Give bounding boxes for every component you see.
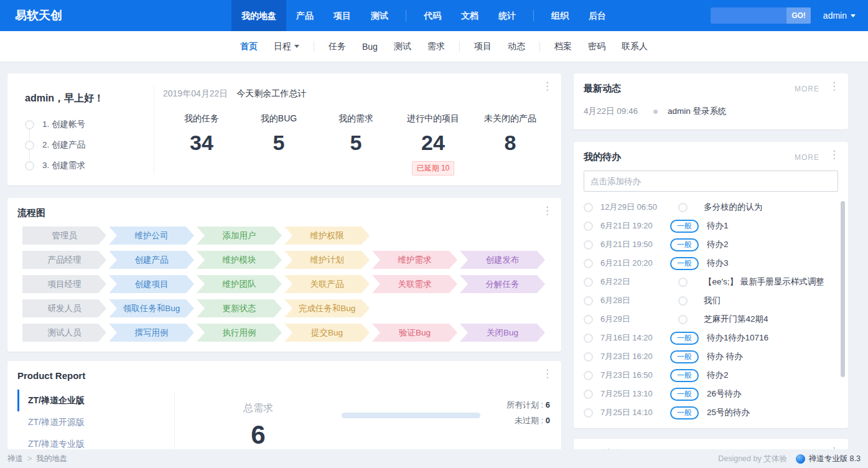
- subnav-test[interactable]: 测试: [386, 41, 419, 52]
- todo-title[interactable]: 芝麻开门第42期4: [704, 314, 768, 325]
- todo-title[interactable]: 26号待办: [707, 388, 742, 400]
- flow-step[interactable]: 创建产品: [109, 251, 194, 269]
- vendor-link[interactable]: 艾体验: [763, 454, 787, 463]
- topnav-code[interactable]: 代码: [414, 0, 451, 31]
- todo-title[interactable]: 多分枝的的认为: [704, 202, 763, 213]
- topnav-product[interactable]: 产品: [286, 0, 324, 31]
- flow-step[interactable]: 维护模块: [197, 251, 282, 269]
- todo-checkbox[interactable]: [584, 203, 593, 212]
- todo-item[interactable]: 6月21日 20:20 一般 待办3: [584, 254, 848, 273]
- todo-title[interactable]: 我们: [704, 295, 721, 306]
- stat-my-stories[interactable]: 我的需求 5: [317, 113, 394, 176]
- subnav-password[interactable]: 密码: [580, 41, 614, 52]
- step-create-product[interactable]: 2. 创建产品: [25, 139, 154, 151]
- flow-step[interactable]: 执行用例: [197, 324, 282, 342]
- kebab-menu-icon[interactable]: ⋮: [829, 149, 839, 160]
- flow-step[interactable]: 关联需求: [372, 275, 457, 293]
- flow-step[interactable]: 创建发布: [460, 251, 545, 269]
- flow-step[interactable]: 领取任务和Bug: [109, 299, 194, 317]
- step-create-account[interactable]: 1. 创建帐号: [25, 119, 154, 130]
- go-button[interactable]: GO!: [786, 7, 811, 24]
- todo-checkbox[interactable]: [584, 278, 593, 287]
- todo-title[interactable]: 待办3: [707, 258, 729, 269]
- search-input[interactable]: [711, 7, 786, 24]
- todo-status-circle[interactable]: [678, 296, 688, 306]
- todo-item[interactable]: 7月23日 16:50 一般 待办2: [584, 366, 848, 385]
- app-logo[interactable]: 易软天创: [0, 0, 231, 31]
- todo-item[interactable]: 12月29日 06:50 多分枝的的认为: [584, 198, 848, 217]
- todo-checkbox[interactable]: [584, 296, 593, 306]
- kebab-menu-icon[interactable]: ⋮: [829, 446, 839, 449]
- flow-step[interactable]: 维护需求: [372, 251, 457, 269]
- todo-checkbox[interactable]: [584, 408, 593, 418]
- flow-step[interactable]: 提交Bug: [284, 324, 370, 342]
- add-todo-input[interactable]: [584, 171, 838, 192]
- news-item[interactable]: 4月22日 09:46 admin 登录系统: [574, 95, 848, 117]
- topnav-admin-backend[interactable]: 后台: [579, 0, 616, 31]
- scrollbar-thumb[interactable]: [841, 201, 845, 377]
- flow-step[interactable]: 完成任务和Bug: [284, 299, 370, 317]
- todo-title[interactable]: 待办2: [707, 370, 729, 381]
- todo-item[interactable]: 7月25日 14:10 一般 25号的待办: [584, 403, 848, 422]
- todo-title[interactable]: 待办1: [707, 220, 729, 232]
- todo-checkbox[interactable]: [584, 352, 593, 362]
- stat-my-bugs[interactable]: 我的BUG 5: [240, 113, 317, 176]
- topnav-doc[interactable]: 文档: [451, 0, 488, 31]
- todo-item[interactable]: 7月25日 13:10 一般 26号待办: [584, 385, 848, 403]
- kebab-menu-icon[interactable]: ⋮: [829, 81, 839, 91]
- kebab-menu-icon[interactable]: ⋮: [542, 205, 553, 216]
- todo-checkbox[interactable]: [584, 390, 593, 399]
- flow-step[interactable]: 关闭Bug: [460, 324, 545, 342]
- todo-title[interactable]: 25号的待办: [707, 407, 750, 418]
- subnav-contacts[interactable]: 联系人: [614, 41, 656, 52]
- todo-status-circle[interactable]: [678, 203, 688, 212]
- flow-step[interactable]: 更新状态: [197, 299, 282, 317]
- todo-checkbox[interactable]: [584, 222, 593, 231]
- topnav-project[interactable]: 项目: [324, 0, 361, 31]
- product-item-opensource[interactable]: ZT/禅道开源版: [17, 411, 174, 433]
- todo-item[interactable]: 6月28日 我们: [584, 291, 848, 310]
- topnav-org[interactable]: 组织: [541, 0, 579, 31]
- todo-status-circle[interactable]: [678, 315, 688, 324]
- flow-step[interactable]: 维护计划: [284, 251, 370, 269]
- kebab-menu-icon[interactable]: ⋮: [542, 368, 553, 379]
- todo-item[interactable]: 6月29日 芝麻开门第42期4: [584, 310, 848, 329]
- todo-item[interactable]: 6月22日 【ee's;】 最新手册显示样式调整: [584, 273, 848, 291]
- todo-title[interactable]: 【ee's;】 最新手册显示样式调整: [704, 276, 824, 288]
- todo-item[interactable]: 7月23日 16:20 一般 待办 待办: [584, 347, 848, 366]
- flow-step[interactable]: 验证Bug: [372, 324, 457, 342]
- todo-title[interactable]: 待办2: [707, 239, 729, 250]
- todo-item[interactable]: 6月21日 19:50 一般 待办2: [584, 235, 848, 254]
- topnav-test[interactable]: 测试: [361, 0, 398, 31]
- todo-title[interactable]: 待办 待办: [707, 351, 743, 362]
- stat-my-tasks[interactable]: 我的任务 34: [163, 113, 240, 176]
- flow-step[interactable]: 撰写用例: [109, 324, 194, 342]
- subnav-dynamic[interactable]: 动态: [500, 41, 533, 52]
- subnav-home[interactable]: 首页: [232, 41, 266, 52]
- flow-step[interactable]: 维护团队: [197, 275, 282, 293]
- todo-checkbox[interactable]: [584, 371, 593, 380]
- subnav-doc[interactable]: 档案: [546, 41, 580, 52]
- flow-step[interactable]: 创建项目: [109, 275, 194, 293]
- todo-title[interactable]: 待办1待办10716: [707, 332, 768, 344]
- topnav-stats[interactable]: 统计: [488, 0, 526, 31]
- todo-checkbox[interactable]: [584, 240, 593, 250]
- subnav-task[interactable]: 任务: [320, 41, 354, 52]
- topnav-my-dashboard[interactable]: 我的地盘: [231, 0, 286, 31]
- todo-item[interactable]: 6月21日 19:20 一般 待办1: [584, 217, 848, 235]
- todo-status-circle[interactable]: [678, 278, 688, 287]
- product-item-pro[interactable]: ZT/禅道专业版: [17, 433, 174, 449]
- flow-step[interactable]: 维护权限: [284, 227, 370, 245]
- flow-step[interactable]: 维护公司: [109, 227, 194, 245]
- subnav-story[interactable]: 需求: [419, 41, 453, 52]
- flow-step[interactable]: 关联产品: [284, 275, 370, 293]
- kebab-menu-icon[interactable]: ⋮: [542, 81, 553, 91]
- stat-ongoing-projects[interactable]: 进行中的项目 24 已延期 10: [394, 113, 472, 176]
- more-link[interactable]: MORE: [795, 85, 819, 93]
- flow-step[interactable]: 分解任务: [460, 275, 545, 293]
- subnav-bug[interactable]: Bug: [354, 42, 386, 52]
- product-item-enterprise[interactable]: ZT/禅道企业版: [17, 390, 174, 411]
- todo-item[interactable]: 7月16日 14:20 一般 待办1待办10716: [584, 329, 848, 347]
- subnav-project[interactable]: 项目: [466, 41, 500, 52]
- subnav-calendar[interactable]: 日程: [266, 41, 307, 52]
